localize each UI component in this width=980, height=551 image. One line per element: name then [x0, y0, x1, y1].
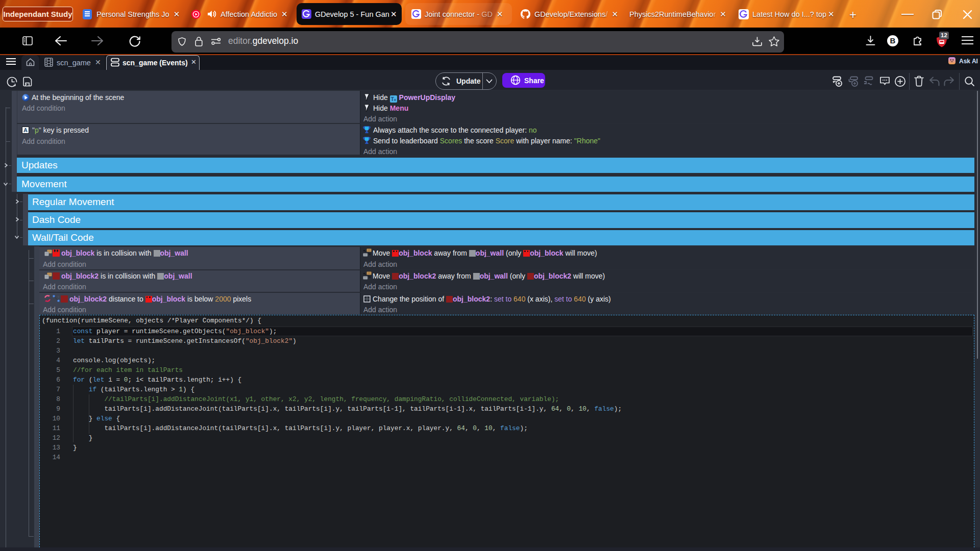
svg-text:?: ? [57, 295, 59, 299]
